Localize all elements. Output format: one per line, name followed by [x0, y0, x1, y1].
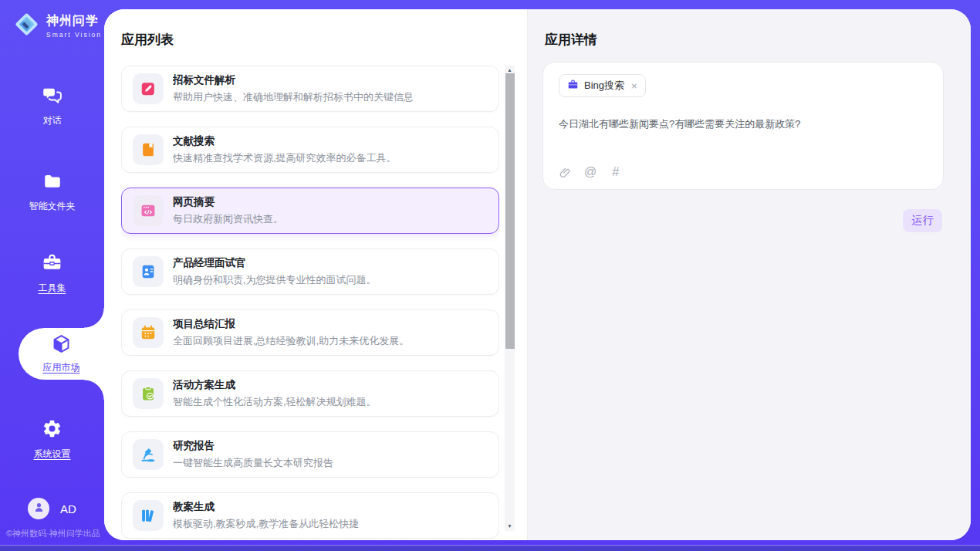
briefcase-icon: [567, 79, 579, 93]
query-input-card[interactable]: Bing搜索 × 今日湖北有哪些新闻要点?有哪些需要关注的最新政策? @ #: [542, 62, 944, 190]
app-card[interactable]: 文献搜索快速精准查找学术资源,提高研究效率的必备工具。: [121, 127, 499, 173]
sidebar: 神州问学 Smart Vision 对话智能文件夹工具集应用市场系统设置 AD …: [0, 0, 104, 551]
at-icon[interactable]: @: [583, 164, 598, 180]
app-card[interactable]: 招标文件解析帮助用户快速、准确地理解和解析招标书中的关键信息: [121, 66, 499, 112]
app-card[interactable]: 教案生成模板驱动,教案秒成,教学准备从此轻松快捷: [121, 492, 499, 539]
sidebar-item-system-settings[interactable]: 系统设置: [0, 418, 104, 461]
brand-name: 神州问学: [46, 13, 102, 29]
app-window: 神州问学 Smart Vision 对话智能文件夹工具集应用市场系统设置 AD …: [0, 0, 980, 551]
app-card-description: 帮助用户快速、准确地理解和解析招标书中的关键信息: [173, 90, 414, 104]
app-card-description: 每日政府新闻资讯快查。: [173, 212, 283, 226]
close-icon[interactable]: ×: [631, 80, 637, 92]
avatar: [28, 498, 49, 519]
diamond-logo-icon: [12, 10, 41, 42]
tool-tag-bing-search[interactable]: Bing搜索 ×: [559, 74, 646, 97]
microscope-icon: [133, 439, 164, 470]
app-card[interactable]: 研究报告一键智能生成高质量长文本研究报告: [121, 431, 499, 478]
sidebar-item-app-market[interactable]: 应用市场: [19, 328, 104, 380]
app-card-title: 文献搜索: [173, 134, 397, 148]
app-card-description: 明确身份和职责,为您提供专业性的面试问题。: [173, 273, 377, 287]
query-input[interactable]: 今日湖北有哪些新闻要点?有哪些需要关注的最新政策?: [559, 117, 928, 132]
person-icon: [32, 501, 46, 517]
clipboard-check-icon: [133, 378, 164, 409]
hash-icon[interactable]: #: [608, 164, 623, 180]
user-button[interactable]: AD: [28, 498, 76, 519]
run-button[interactable]: 运行: [903, 209, 942, 232]
paperclip-icon[interactable]: [557, 164, 573, 180]
app-card-title: 网页摘要: [173, 195, 283, 209]
input-toolbar: @ #: [557, 164, 623, 180]
app-list-panel: 应用列表 招标文件解析帮助用户快速、准确地理解和解析招标书中的关键信息文献搜索快…: [104, 9, 527, 540]
app-card-title: 项目总结汇报: [173, 317, 409, 331]
copyright-text: ©神州数码·神州问学出品: [6, 528, 104, 539]
app-card[interactable]: 网页摘要每日政府新闻资讯快查。: [121, 188, 499, 234]
bottom-edge: [0, 546, 980, 551]
toolbox-icon: [42, 252, 63, 276]
sidebar-item-label: 智能文件夹: [29, 200, 76, 213]
user-label: AD: [60, 502, 76, 516]
sidebar-item-smart-folder[interactable]: 智能文件夹: [0, 171, 104, 213]
app-detail-title: 应用详情: [545, 31, 597, 49]
app-card[interactable]: 项目总结汇报全面回顾项目进展,总结经验教训,助力未来优化发展。: [121, 309, 499, 356]
cube-icon: [51, 333, 72, 357]
app-card-title: 招标文件解析: [173, 73, 414, 87]
resume-icon: [133, 256, 164, 287]
book-icon: [133, 134, 164, 165]
scrollbar-thumb[interactable]: [505, 73, 515, 349]
app-card-description: 全面回顾项目进展,总结经验教训,助力未来优化发展。: [173, 334, 409, 348]
sidebar-item-chat[interactable]: 对话: [0, 85, 104, 127]
app-card-list: 招标文件解析帮助用户快速、准确地理解和解析招标书中的关键信息文献搜索快速精准查找…: [121, 66, 499, 540]
app-card-description: 智能生成个性化活动方案,轻松解决规划难题。: [173, 395, 377, 409]
app-card-title: 研究报告: [173, 439, 333, 453]
app-card[interactable]: 活动方案生成智能生成个性化活动方案,轻松解决规划难题。: [121, 370, 499, 417]
app-card[interactable]: 产品经理面试官明确身份和职责,为您提供专业性的面试问题。: [121, 248, 499, 295]
sidebar-item-label: 对话: [43, 114, 62, 127]
content-area: 应用列表 招标文件解析帮助用户快速、准确地理解和解析招标书中的关键信息文献搜索快…: [104, 9, 971, 540]
tool-tag-label: Bing搜索: [584, 79, 624, 93]
gear-icon: [42, 418, 63, 442]
app-card-title: 产品经理面试官: [173, 256, 377, 270]
books-icon: [133, 500, 164, 531]
app-list-title: 应用列表: [121, 31, 174, 49]
app-card-description: 快速精准查找学术资源,提高研究效率的必备工具。: [173, 151, 397, 165]
app-card-title: 活动方案生成: [173, 378, 377, 392]
app-card-description: 一键智能生成高质量长文本研究报告: [173, 456, 333, 470]
scroll-down-icon[interactable]: ▼: [505, 522, 515, 531]
scrollbar[interactable]: ▲ ▼: [505, 66, 515, 531]
sidebar-item-label: 应用市场: [43, 361, 80, 374]
sidebar-item-toolset[interactable]: 工具集: [0, 252, 104, 295]
app-detail-panel: 应用详情 Bing搜索 × 今日湖北有哪些新闻要点?有哪些需要关注的最新政策?: [527, 9, 971, 540]
browser-code-icon: [133, 195, 164, 226]
pen-square-icon: [133, 73, 164, 104]
app-card-title: 教案生成: [173, 500, 359, 514]
sidebar-item-label: 系统设置: [34, 448, 71, 461]
app-card-description: 模板驱动,教案秒成,教学准备从此轻松快捷: [173, 517, 359, 531]
brand-logo: 神州问学 Smart Vision: [12, 10, 102, 42]
sidebar-item-label: 工具集: [39, 282, 66, 295]
folder-icon: [42, 171, 63, 194]
brand-subtitle: Smart Vision: [46, 31, 102, 39]
chat-icon: [42, 85, 63, 109]
calendar-icon: [133, 317, 164, 348]
